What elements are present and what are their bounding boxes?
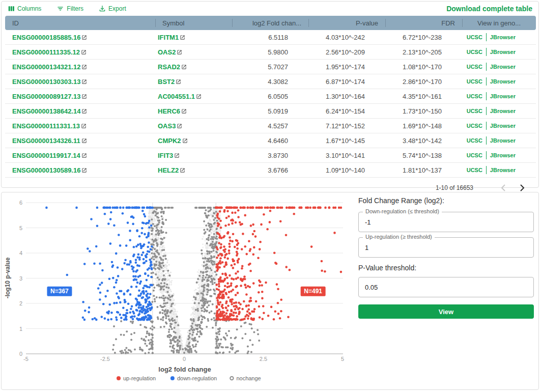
pvalue-value: 6.87*10^-174 [308, 74, 385, 89]
table-row: ENSG00000111331.13 OAS3 4.5257 7.12*10^-… [5, 119, 536, 133]
jbrowser-link[interactable]: JBrowser [490, 167, 516, 173]
gene-symbol-link[interactable]: IFIT3 [158, 152, 180, 159]
log2fc-value: 3.8730 [232, 148, 308, 163]
gene-id-link[interactable]: ENSG00000111331.13 [12, 122, 87, 130]
external-link-icon [81, 123, 87, 129]
external-link-icon [174, 153, 180, 158]
columns-icon [8, 5, 15, 12]
gene-symbol-link[interactable]: HERC6 [158, 107, 187, 115]
external-link-icon [177, 49, 182, 55]
header-id[interactable]: ID [5, 16, 155, 30]
link-divider [486, 166, 487, 174]
gene-table-card: Columns Filters Export Download complete… [1, 1, 539, 188]
gene-symbol-link[interactable]: HELZ2 [158, 166, 185, 174]
log2fc-value: 5.9800 [232, 45, 308, 60]
ucsc-link[interactable]: UCSC [467, 64, 482, 70]
ucsc-link[interactable]: UCSC [467, 78, 482, 85]
table-row: ENSG00000119917.14 IFIT3 3.8730 3.10*10^… [5, 148, 536, 163]
download-complete-table-link[interactable]: Download complete table [446, 5, 532, 13]
gene-id-link[interactable]: ENSG00000185885.16 [12, 34, 87, 41]
pvalue-threshold-input[interactable] [359, 283, 533, 292]
jbrowser-link[interactable]: JBrowser [490, 93, 516, 99]
fdr-value: 5.74*10^-138 [385, 148, 462, 163]
link-divider [486, 48, 487, 56]
down-regulation-field: Down-regulation (≤ threshold) [358, 212, 534, 232]
gene-symbol-link[interactable]: AC004551.1 [158, 93, 202, 100]
svg-text:1: 1 [19, 326, 22, 332]
down-regulation-label: Down-regulation (≤ threshold) [363, 208, 442, 214]
svg-text:2.5: 2.5 [260, 356, 267, 362]
gene-table: ID Symbol log2 Fold chan... P-value FDR … [5, 16, 536, 178]
svg-text:-2.5: -2.5 [100, 356, 110, 362]
svg-text:N=367: N=367 [50, 288, 69, 295]
fdr-value: 1.81*10^-137 [385, 163, 462, 178]
down-regulation-input[interactable] [359, 218, 533, 227]
plot-annotations: N=367N=491 [47, 287, 325, 296]
gene-symbol-link[interactable]: BST2 [158, 78, 181, 86]
gene-id-link[interactable]: ENSG00000134321.12 [12, 63, 87, 71]
external-link-icon [81, 153, 87, 158]
header-log2fc[interactable]: log2 Fold chan... [232, 16, 308, 30]
svg-text:4: 4 [19, 250, 22, 256]
gene-id-link[interactable]: ENSG00000134326.11 [12, 137, 87, 145]
ucsc-link[interactable]: UCSC [467, 34, 482, 40]
table-header-row: ID Symbol log2 Fold chan... P-value FDR … [5, 16, 536, 30]
gene-id-link[interactable]: ENSG00000111335.12 [12, 48, 87, 56]
log2fc-value: 4.5257 [232, 119, 308, 133]
threshold-panel: Fold Change Range (log2): Down-regulatio… [358, 197, 534, 319]
filters-button[interactable]: Filters [56, 5, 83, 12]
link-divider [486, 107, 487, 115]
view-button[interactable]: View [358, 304, 534, 319]
gene-symbol-link[interactable]: OAS3 [158, 122, 182, 130]
jbrowser-link[interactable]: JBrowser [490, 108, 516, 114]
ucsc-link[interactable]: UCSC [467, 167, 482, 173]
gene-symbol-link[interactable]: CMPK2 [158, 137, 188, 145]
gene-id-link[interactable]: ENSG00000130303.13 [12, 78, 87, 86]
svg-text:2: 2 [19, 300, 22, 306]
fdr-value: 3.48*10^-142 [385, 133, 462, 148]
external-link-icon [81, 138, 87, 144]
jbrowser-link[interactable]: JBrowser [490, 49, 516, 55]
gene-symbol-link[interactable]: RSAD2 [158, 63, 187, 71]
gene-id-link[interactable]: ENSG00000138642.14 [12, 107, 87, 115]
ucsc-link[interactable]: UCSC [467, 152, 482, 158]
jbrowser-link[interactable]: JBrowser [490, 137, 516, 144]
gene-symbol-link[interactable]: OAS2 [158, 48, 182, 56]
ucsc-link[interactable]: UCSC [467, 93, 482, 99]
pvalue-value: 1.95*10^-174 [308, 60, 385, 74]
volcano-plot: 0123456-5-2.502.55N=367N=491log2 fold ch… [2, 192, 358, 390]
columns-button[interactable]: Columns [8, 5, 41, 12]
jbrowser-link[interactable]: JBrowser [490, 152, 516, 158]
header-view[interactable]: View in geno... [462, 16, 536, 30]
export-button[interactable]: Export [99, 5, 126, 12]
ucsc-link[interactable]: UCSC [467, 137, 482, 144]
link-divider [486, 77, 487, 86]
svg-text:-5: -5 [23, 356, 29, 362]
fdr-value: 1.69*10^-148 [385, 119, 462, 133]
svg-text:0: 0 [183, 356, 186, 362]
gene-id-link[interactable]: ENSG00000130589.16 [12, 166, 87, 174]
external-link-icon [81, 94, 87, 99]
gene-id-link[interactable]: ENSG00000119917.14 [12, 152, 87, 159]
up-regulation-label: Up-regulation (≥ threshold) [363, 234, 435, 240]
fdr-value: 2.13*10^-205 [385, 45, 462, 60]
log2fc-value: 6.5118 [232, 30, 308, 45]
jbrowser-link[interactable]: JBrowser [490, 64, 516, 70]
external-link-icon [176, 79, 181, 85]
external-link-icon [81, 35, 87, 40]
header-fdr[interactable]: FDR [385, 16, 462, 30]
gene-id-link[interactable]: ENSG00000089127.13 [12, 93, 87, 100]
ucsc-link[interactable]: UCSC [467, 49, 482, 55]
gene-symbol-link[interactable]: IFITM1 [158, 34, 185, 41]
jbrowser-link[interactable]: JBrowser [490, 78, 516, 85]
table-row: ENSG00000130589.16 HELZ2 3.6766 1.09*10^… [5, 163, 536, 178]
jbrowser-link[interactable]: JBrowser [490, 123, 516, 129]
header-symbol[interactable]: Symbol [155, 16, 232, 30]
fdr-value: 6.72*10^-238 [385, 30, 462, 45]
up-regulation-input[interactable] [359, 243, 533, 252]
header-pvalue[interactable]: P-value [308, 16, 385, 30]
ucsc-link[interactable]: UCSC [467, 123, 482, 129]
ucsc-link[interactable]: UCSC [467, 108, 482, 114]
svg-text:-log10 p-value: -log10 p-value [4, 257, 11, 298]
jbrowser-link[interactable]: JBrowser [490, 34, 516, 40]
